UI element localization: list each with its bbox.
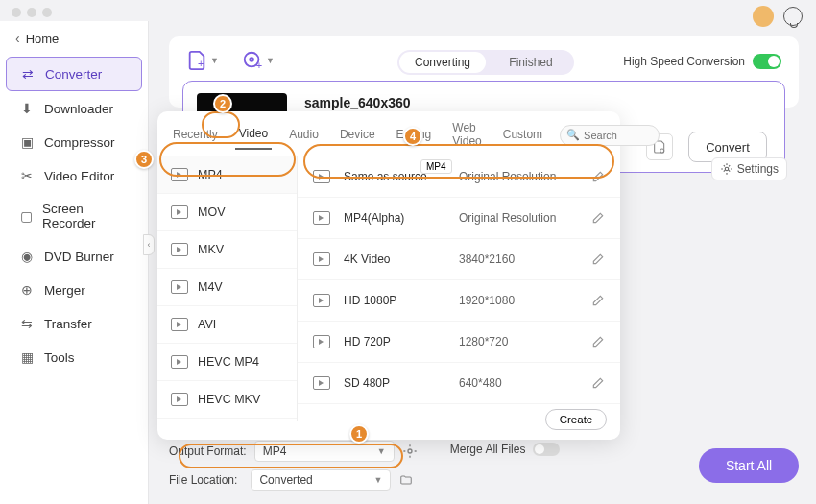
start-all-button[interactable]: Start All xyxy=(699,448,799,483)
hint-4: 4 xyxy=(403,127,422,146)
tab-finished[interactable]: Finished xyxy=(488,50,574,75)
status-segmented: Converting Finished xyxy=(397,50,574,75)
tab-web-video[interactable]: Web Video xyxy=(448,121,485,156)
res-480p[interactable]: SD 480P640*480 xyxy=(298,363,620,404)
video-res-icon xyxy=(313,376,330,390)
format-m4v[interactable]: M4V xyxy=(157,269,297,306)
tab-video[interactable]: Video xyxy=(235,127,272,150)
format-hevc-mkv[interactable]: HEVC MKV xyxy=(157,381,297,419)
format-mov[interactable]: MOV xyxy=(157,194,297,231)
format-mp4[interactable]: MP4 xyxy=(157,156,297,194)
format-avi[interactable]: AVI xyxy=(157,306,297,344)
res-4k[interactable]: 4K Video3840*2160 xyxy=(298,239,620,280)
file-location-select[interactable]: Converted▼ xyxy=(251,469,391,491)
sidebar-item-compressor[interactable]: ▣Compressor xyxy=(6,126,142,158)
format-tag: MP4 xyxy=(420,159,452,174)
bottom-bar: Output Format: MP4▼ File Location: Conve… xyxy=(169,441,799,491)
file-location-label: File Location: xyxy=(169,473,237,487)
merger-icon: ⊕ xyxy=(19,282,35,298)
sidebar-item-video-editor[interactable]: ✂Video Editor xyxy=(6,159,142,192)
hint-3: 3 xyxy=(134,150,154,169)
dvd-icon: ◉ xyxy=(19,249,35,264)
video-format-icon xyxy=(171,205,188,219)
chevron-down-icon: ▼ xyxy=(266,56,275,65)
sidebar: ‹ Home ⇄Converter ⬇Downloader ▣Compresso… xyxy=(0,21,149,504)
hsc-toggle[interactable] xyxy=(753,54,781,69)
search-wrap: 🔍 xyxy=(560,125,660,146)
edit-icon[interactable] xyxy=(591,335,605,348)
video-res-icon xyxy=(313,335,330,348)
svg-point-2 xyxy=(250,58,253,61)
svg-text:+: + xyxy=(198,58,204,69)
svg-point-6 xyxy=(408,449,412,453)
video-res-icon xyxy=(313,294,330,307)
sidebar-item-transfer[interactable]: ⇆Transfer xyxy=(6,307,142,340)
folder-icon[interactable] xyxy=(398,473,414,487)
disc-add-icon: + xyxy=(242,50,263,71)
hint-1: 1 xyxy=(349,424,369,444)
res-1080p[interactable]: HD 1080P1920*1080 xyxy=(298,280,620,322)
sidebar-collapse[interactable]: ‹ xyxy=(143,234,155,255)
search-icon: 🔍 xyxy=(566,129,580,141)
sidebar-item-screen-recorder[interactable]: ▢Screen Recorder xyxy=(6,193,142,239)
chevron-down-icon: ▼ xyxy=(377,446,386,456)
svg-point-5 xyxy=(725,167,729,171)
sidebar-item-downloader[interactable]: ⬇Downloader xyxy=(6,92,142,125)
gear-icon[interactable] xyxy=(402,444,418,459)
chevron-down-icon: ▼ xyxy=(210,56,219,65)
edit-icon[interactable] xyxy=(591,376,605,390)
sidebar-item-merger[interactable]: ⊕Merger xyxy=(6,274,142,306)
res-same-as-source[interactable]: Same as sourceOriginal Resolution xyxy=(298,156,620,198)
res-720p[interactable]: HD 720P1280*720 xyxy=(298,322,620,363)
hint-2: 2 xyxy=(213,94,232,113)
video-format-icon xyxy=(171,168,188,181)
video-format-icon xyxy=(171,355,188,369)
video-format-icon xyxy=(171,243,188,256)
edit-icon[interactable] xyxy=(591,170,605,183)
hsc-label: High Speed Conversion xyxy=(623,55,745,68)
video-format-icon xyxy=(171,318,188,331)
compressor-icon: ▣ xyxy=(19,134,35,150)
chevron-down-icon: ▼ xyxy=(373,475,382,485)
settings-link[interactable]: Settings xyxy=(711,157,787,180)
tab-device[interactable]: Device xyxy=(336,128,379,149)
output-format-select[interactable]: MP4▼ xyxy=(254,441,395,462)
add-file-button[interactable]: + ▼ xyxy=(186,50,219,71)
video-res-icon xyxy=(313,170,330,183)
back-home[interactable]: ‹ Home xyxy=(0,21,148,56)
file-title: sample_640x360 xyxy=(304,95,411,110)
converter-icon: ⇄ xyxy=(20,66,36,82)
resolution-list: Same as sourceOriginal Resolution MP4(Al… xyxy=(298,156,620,421)
tab-custom[interactable]: Custom xyxy=(499,128,546,149)
video-format-icon xyxy=(171,393,188,406)
edit-icon[interactable] xyxy=(591,211,605,225)
tab-converting[interactable]: Converting xyxy=(399,52,486,73)
avatar[interactable] xyxy=(753,6,774,27)
create-button[interactable]: Create xyxy=(545,409,607,430)
file-add-icon: + xyxy=(186,50,207,71)
downloader-icon: ⬇ xyxy=(19,101,35,116)
tools-icon: ▦ xyxy=(19,349,35,365)
output-format-label: Output Format: xyxy=(169,444,247,458)
video-res-icon xyxy=(313,252,330,266)
format-mkv[interactable]: MKV xyxy=(157,231,297,269)
edit-icon[interactable] xyxy=(591,294,605,307)
video-format-icon xyxy=(171,280,188,294)
sidebar-item-tools[interactable]: ▦Tools xyxy=(6,341,142,373)
add-dvd-button[interactable]: + ▼ xyxy=(242,50,275,71)
transfer-icon: ⇆ xyxy=(19,316,35,331)
merge-toggle[interactable] xyxy=(533,443,560,456)
tab-recently[interactable]: Recently xyxy=(169,128,222,149)
sidebar-item-converter[interactable]: ⇄Converter xyxy=(6,57,142,91)
edit-icon[interactable] xyxy=(591,252,605,266)
support-icon[interactable] xyxy=(783,7,803,26)
svg-text:+: + xyxy=(256,60,262,71)
window-controls[interactable] xyxy=(12,8,52,17)
video-res-icon xyxy=(313,211,330,225)
tab-audio[interactable]: Audio xyxy=(285,128,323,149)
res-mp4-alpha[interactable]: MP4(Alpha)Original Resolution xyxy=(298,198,620,239)
format-popup: Recently Video Audio Device Editing Web … xyxy=(157,111,620,440)
sidebar-item-dvd-burner[interactable]: ◉DVD Burner xyxy=(6,240,142,273)
format-hevc-mp4[interactable]: HEVC MP4 xyxy=(157,344,297,381)
editor-icon: ✂ xyxy=(19,168,35,183)
